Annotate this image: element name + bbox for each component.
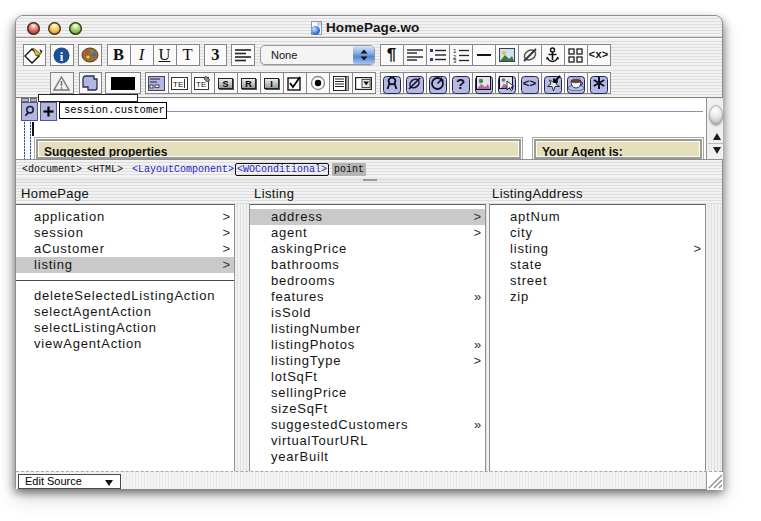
svg-text:3: 3 <box>453 58 457 63</box>
svg-text:TE: TE <box>173 79 183 88</box>
svg-text:i: i <box>60 48 64 63</box>
svg-text:TE: TE <box>196 79 206 88</box>
